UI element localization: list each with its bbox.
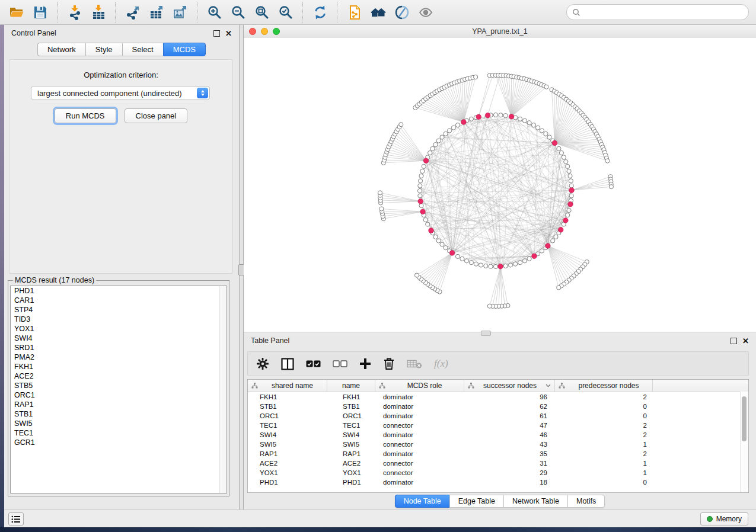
export-network-button[interactable] — [123, 2, 143, 23]
tab-node-table[interactable]: Node Table — [395, 495, 449, 508]
column-label: predecessor nodes — [565, 382, 652, 390]
table-row[interactable]: STB1STB1dominator620 — [248, 402, 748, 411]
table-row[interactable]: YOX1YOX1connector291 — [248, 468, 748, 477]
add-column-button[interactable] — [359, 356, 371, 371]
tab-style[interactable]: Style — [85, 43, 122, 56]
mcds-result-item[interactable]: YOX1 — [11, 324, 227, 334]
minimize-window-icon[interactable] — [261, 28, 268, 35]
toggle-visual-properties-button[interactable] — [392, 2, 412, 23]
table-row[interactable]: PHD1PHD1dominator180 — [248, 477, 748, 487]
export-image-button[interactable] — [170, 2, 190, 23]
mcds-result-item[interactable]: SWI5 — [11, 419, 227, 428]
close-table-panel-icon[interactable]: ✕ — [742, 337, 749, 345]
table-panel: Table Panel ✕ — [244, 332, 756, 509]
column-header-mcds-role[interactable]: MCDS role — [375, 380, 464, 392]
mcds-result-item[interactable]: PHD1 — [11, 286, 227, 296]
table-scrollbar[interactable] — [740, 392, 748, 492]
cell-shared-name: PHD1 — [248, 479, 327, 486]
share-document-button[interactable] — [344, 2, 365, 23]
import-network-button[interactable] — [65, 2, 85, 23]
column-header-name[interactable]: name — [327, 380, 375, 392]
mcds-result-item[interactable]: GCR1 — [11, 438, 227, 447]
save-session-button[interactable] — [30, 2, 50, 23]
column-header-shared-name[interactable]: shared name — [248, 380, 327, 392]
table-row[interactable]: TEC1TEC1connector472 — [248, 421, 748, 430]
optimization-select[interactable]: largest connected component (undirected) — [31, 86, 210, 100]
table-row[interactable]: ACE2ACE2connector311 — [248, 459, 748, 468]
cell-successor-nodes: 62 — [464, 403, 555, 410]
cell-successor-nodes: 96 — [464, 393, 555, 400]
zoom-selected-button[interactable] — [276, 2, 296, 23]
mcds-result-item[interactable]: ORC1 — [11, 390, 227, 400]
mcds-result-item[interactable]: ACE2 — [11, 371, 227, 381]
eye-icon — [418, 5, 433, 20]
tab-motifs[interactable]: Motifs — [567, 495, 605, 508]
zoom-out-button[interactable] — [228, 2, 248, 23]
home-button[interactable] — [368, 2, 388, 23]
deselect-all-columns-button[interactable] — [333, 356, 347, 371]
network-canvas[interactable] — [244, 38, 756, 332]
maximize-window-icon[interactable] — [273, 28, 280, 35]
float-table-panel-icon[interactable] — [731, 338, 737, 344]
zoom-in-button[interactable] — [205, 2, 225, 23]
table-row[interactable]: FKH1FKH1dominator962 — [248, 392, 748, 402]
horizontal-splitter-grip[interactable] — [481, 331, 491, 336]
tab-edge-table[interactable]: Edge Table — [449, 495, 503, 508]
select-all-columns-button[interactable] — [306, 356, 321, 371]
checked-boxes-icon — [306, 360, 321, 368]
tab-network[interactable]: Network — [37, 43, 85, 56]
delete-columns-button[interactable] — [383, 356, 395, 371]
mcds-result-item[interactable]: TID3 — [11, 315, 227, 324]
tab-select[interactable]: Select — [122, 43, 163, 56]
column-header-predecessor-nodes[interactable]: predecessor nodes — [555, 380, 653, 392]
mcds-list-scrollbar[interactable] — [219, 286, 227, 493]
mcds-result-item[interactable]: STB1 — [11, 409, 227, 419]
mcds-result-list[interactable]: PHD1CAR1STP4TID3YOX1SWI4SRD1PMA2FKH1ACE2… — [10, 286, 227, 493]
table-row[interactable]: SWI5SWI5connector431 — [248, 440, 748, 449]
table-panel-title: Table Panel — [251, 336, 289, 345]
table-row[interactable]: SWI4SWI4dominator462 — [248, 430, 748, 440]
mcds-result-item[interactable]: STP4 — [11, 305, 227, 315]
export-network-icon — [125, 5, 141, 20]
table-row[interactable]: ORC1ORC1dominator610 — [248, 411, 748, 421]
mcds-result-item[interactable]: PMA2 — [11, 352, 227, 362]
mcds-result-item[interactable]: SWI4 — [11, 334, 227, 343]
task-history-button[interactable] — [8, 512, 24, 525]
column-header-successor-nodes[interactable]: successor nodes — [464, 380, 555, 392]
table-scrollbar-thumb[interactable] — [742, 396, 747, 441]
mcds-result-item[interactable]: RAP1 — [11, 400, 227, 409]
node-table[interactable]: shared namenameMCDS rolesuccessor nodesp… — [247, 379, 749, 493]
refresh-button[interactable] — [310, 2, 330, 23]
zoom-out-icon — [231, 5, 246, 20]
cell-mcds-role: connector — [375, 441, 464, 448]
mcds-result-item[interactable]: CAR1 — [11, 296, 227, 305]
memory-status-icon — [707, 516, 713, 522]
search-input[interactable] — [584, 8, 743, 17]
mcds-result-item[interactable]: FKH1 — [11, 362, 227, 371]
open-file-button[interactable] — [7, 2, 27, 23]
tab-network-table[interactable]: Network Table — [503, 495, 567, 508]
preview-eye-button[interactable] — [416, 2, 436, 23]
cell-name: ACE2 — [327, 460, 375, 467]
share-document-icon — [347, 5, 362, 20]
memory-button[interactable]: Memory — [700, 512, 748, 525]
import-table-button[interactable] — [88, 2, 109, 23]
export-table-button[interactable] — [146, 2, 167, 23]
close-window-icon[interactable] — [249, 28, 256, 35]
float-panel-icon[interactable] — [213, 30, 220, 37]
zoom-fit-button[interactable] — [252, 2, 272, 23]
close-panel-button[interactable]: Close panel — [125, 108, 188, 123]
close-panel-icon[interactable]: ✕ — [225, 30, 232, 37]
split-columns-button[interactable] — [281, 356, 294, 371]
sort-chevron-icon[interactable] — [546, 384, 551, 387]
mcds-result-item[interactable]: STB5 — [11, 381, 227, 390]
run-mcds-button[interactable]: Run MCDS — [55, 108, 116, 123]
mcds-result-item[interactable]: SRD1 — [11, 343, 227, 352]
table-row[interactable]: RAP1RAP1dominator352 — [248, 449, 748, 459]
network-graph[interactable] — [244, 38, 756, 332]
vertical-splitter[interactable] — [239, 25, 244, 509]
network-titlebar[interactable]: YPA_prune.txt_1 — [244, 25, 756, 39]
mcds-result-item[interactable]: TEC1 — [11, 428, 227, 438]
tab-mcds[interactable]: MCDS — [163, 43, 206, 56]
table-settings-button[interactable] — [256, 356, 269, 371]
